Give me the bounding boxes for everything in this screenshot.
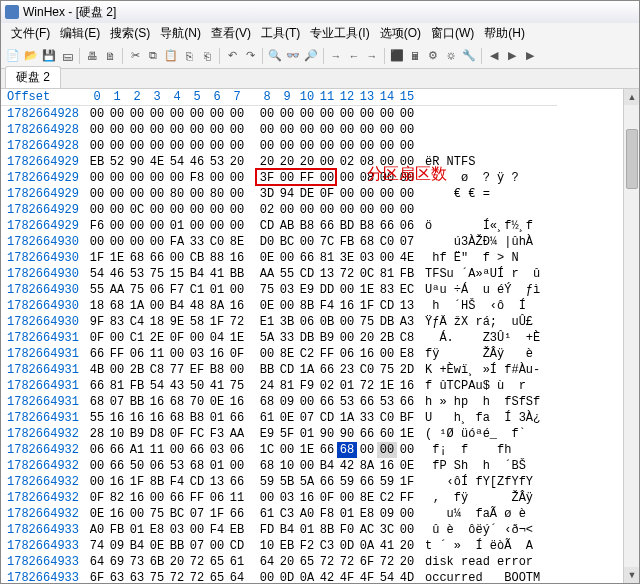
byte-cell[interactable]: 75 — [257, 282, 277, 298]
byte-cell[interactable]: 66 — [227, 474, 247, 490]
byte-cell[interactable]: EB — [227, 522, 247, 538]
byte-cell[interactable]: 00 — [397, 522, 417, 538]
ascii-cell[interactable]: disk read error — [417, 554, 557, 570]
hex-row[interactable]: 17826649309F83C4189E581F72E13B060B0075DB… — [1, 314, 557, 330]
byte-cell[interactable]: 00 — [337, 106, 357, 123]
byte-cell[interactable]: 09 — [377, 506, 397, 522]
byte-cell[interactable]: 64 — [257, 554, 277, 570]
byte-cell[interactable]: EC — [397, 282, 417, 298]
byte-cell[interactable]: 80 — [167, 186, 187, 202]
menu-item[interactable]: 搜索(S) — [106, 25, 154, 42]
byte-cell[interactable]: 3E — [337, 250, 357, 266]
byte-cell[interactable]: 0A — [297, 570, 317, 583]
byte-cell[interactable]: 20 — [277, 154, 297, 170]
byte-cell[interactable]: E9 — [297, 282, 317, 298]
byte-cell[interactable]: 53 — [207, 154, 227, 170]
byte-cell[interactable]: CD — [187, 474, 207, 490]
byte-cell[interactable]: 66 — [317, 442, 337, 458]
byte-cell[interactable]: 00 — [337, 122, 357, 138]
byte-cell[interactable]: FF — [397, 490, 417, 506]
tab-disk2[interactable]: 硬盘 2 — [5, 66, 61, 88]
ascii-cell[interactable] — [417, 106, 557, 123]
byte-cell[interactable]: BC — [277, 234, 297, 250]
calc-icon[interactable]: 🖩 — [407, 48, 423, 64]
byte-cell[interactable]: 16 — [127, 410, 147, 426]
byte-cell[interactable]: 66 — [317, 474, 337, 490]
menu-item[interactable]: 编辑(E) — [56, 25, 104, 42]
byte-cell[interactable]: 5A — [297, 474, 317, 490]
byte-cell[interactable]: BB — [127, 394, 147, 410]
byte-cell[interactable]: 00 — [227, 122, 247, 138]
byte-cell[interactable]: 0E — [147, 538, 167, 554]
byte-cell[interactable]: 00 — [397, 138, 417, 154]
cut-icon[interactable]: ✂ — [127, 48, 143, 64]
byte-cell[interactable]: 5F — [277, 426, 297, 442]
byte-cell[interactable]: F9 — [297, 378, 317, 394]
byte-cell[interactable]: 01 — [297, 522, 317, 538]
byte-cell[interactable]: 1E — [377, 378, 397, 394]
byte-cell[interactable]: 50 — [187, 378, 207, 394]
byte-cell[interactable]: 66 — [317, 218, 337, 234]
hex-row[interactable]: 178266492900000C000000000002000000000000… — [1, 202, 557, 218]
byte-cell[interactable]: 20 — [397, 538, 417, 554]
byte-cell[interactable]: 0E — [257, 298, 277, 314]
byte-cell[interactable]: 00 — [317, 154, 337, 170]
byte-cell[interactable]: D8 — [147, 426, 167, 442]
byte-cell[interactable]: 59 — [337, 474, 357, 490]
byte-cell[interactable]: 00 — [167, 170, 187, 186]
byte-cell[interactable]: 00 — [187, 218, 207, 234]
byte-cell[interactable]: C1 — [187, 282, 207, 298]
byte-cell[interactable]: 68 — [87, 394, 107, 410]
ascii-cell[interactable] — [417, 122, 557, 138]
byte-cell[interactable]: 0F — [87, 490, 107, 506]
byte-cell[interactable]: 00 — [127, 186, 147, 202]
hex-row[interactable]: 178266493000000000FA33C08ED0BC007CFB68C0… — [1, 234, 557, 250]
byte-cell[interactable]: 1E — [357, 282, 377, 298]
scroll-thumb[interactable] — [626, 129, 638, 189]
byte-cell[interactable]: 00 — [167, 202, 187, 218]
byte-cell[interactable]: 00 — [187, 122, 207, 138]
byte-cell[interactable]: BF — [397, 410, 417, 426]
byte-cell[interactable]: 48 — [187, 298, 207, 314]
disk-icon[interactable]: 🖴 — [59, 48, 75, 64]
byte-cell[interactable]: 60 — [377, 426, 397, 442]
byte-cell[interactable]: 54 — [377, 570, 397, 583]
byte-cell[interactable]: 16 — [337, 298, 357, 314]
print-icon[interactable]: 🖶 — [84, 48, 100, 64]
byte-cell[interactable]: A0 — [297, 506, 317, 522]
hex-row[interactable]: 17826649336469736B2072656164206572726F72… — [1, 554, 557, 570]
byte-cell[interactable]: 00 — [187, 202, 207, 218]
hex-row[interactable]: 17826649305446537515B441BBAA55CD13720C81… — [1, 266, 557, 282]
byte-cell[interactable]: 13 — [397, 298, 417, 314]
byte-cell[interactable]: 03 — [277, 282, 297, 298]
byte-cell[interactable]: 00 — [397, 186, 417, 202]
byte-cell[interactable]: 66 — [227, 410, 247, 426]
byte-cell[interactable]: 00 — [107, 186, 127, 202]
byte-cell[interactable]: 01 — [297, 426, 317, 442]
byte-cell[interactable]: 16 — [227, 250, 247, 266]
ascii-cell[interactable]: ŸƒÄ žX rá; uÛ£ — [417, 314, 557, 330]
byte-cell[interactable]: 46 — [187, 154, 207, 170]
ascii-cell[interactable]: ‚ fÿ ŽÂÿ — [417, 490, 557, 506]
byte-cell[interactable]: 00 — [397, 202, 417, 218]
byte-cell[interactable]: 13 — [317, 266, 337, 282]
byte-cell[interactable]: EF — [187, 362, 207, 378]
ascii-cell[interactable]: t ´ » Í ëòÃ A — [417, 538, 557, 554]
mark-icon[interactable]: ⬛ — [389, 48, 405, 64]
byte-cell[interactable]: 00 — [257, 490, 277, 506]
byte-cell[interactable]: 00 — [277, 250, 297, 266]
ascii-cell[interactable]: U h¸ fa Í 3À¿ — [417, 410, 557, 426]
byte-cell[interactable]: 03 — [167, 522, 187, 538]
byte-cell[interactable]: EB — [277, 538, 297, 554]
byte-cell[interactable]: FF — [107, 346, 127, 362]
byte-cell[interactable]: 00 — [87, 474, 107, 490]
byte-cell[interactable]: 15 — [167, 266, 187, 282]
byte-cell[interactable]: 16 — [107, 474, 127, 490]
byte-cell[interactable]: 02 — [337, 154, 357, 170]
byte-cell[interactable]: 00 — [377, 346, 397, 362]
byte-cell[interactable]: AA — [257, 266, 277, 282]
byte-cell[interactable]: 00 — [357, 106, 377, 123]
byte-cell[interactable]: 00 — [257, 122, 277, 138]
hex-row[interactable]: 178266493055AA7506F7C101007503E9DD001E83… — [1, 282, 557, 298]
byte-cell[interactable]: 00 — [107, 234, 127, 250]
